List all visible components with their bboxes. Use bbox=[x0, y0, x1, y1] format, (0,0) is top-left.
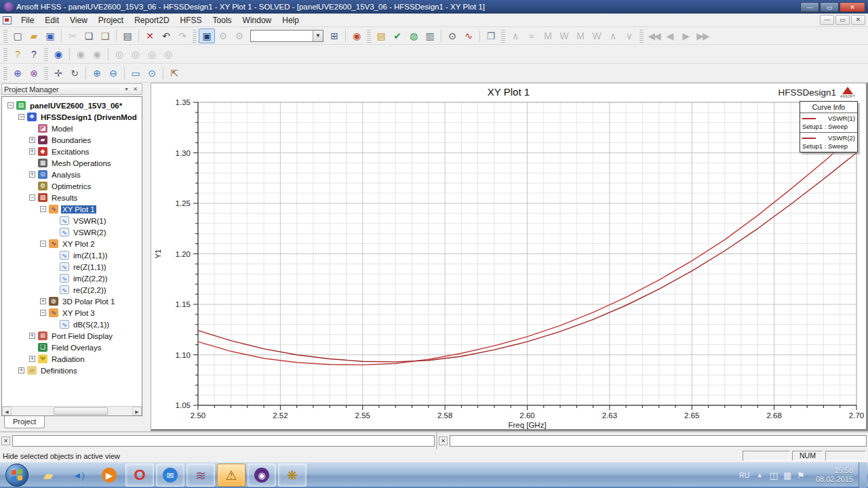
zoom-out-button[interactable]: ⊖ bbox=[105, 66, 121, 81]
menu-view[interactable]: View bbox=[64, 14, 93, 26]
new-button[interactable]: ▢ bbox=[9, 28, 26, 43]
toolbar-drag-handle[interactable] bbox=[3, 47, 7, 61]
validation-check-button[interactable]: ▣ bbox=[199, 28, 215, 43]
tree-item-paneluve2600-15v3-06[interactable]: −▤panelUVE2600_15V3_06* bbox=[3, 100, 142, 111]
language-indicator[interactable]: RU bbox=[739, 471, 750, 479]
tree-item-db-s-2-1[interactable]: ∿dB(S(2,1)) bbox=[3, 319, 142, 330]
copy-button[interactable]: ❏ bbox=[81, 28, 97, 43]
tree-item-port-field-display[interactable]: +⊞Port Field Display bbox=[3, 330, 142, 342]
tree-expander-icon[interactable]: + bbox=[18, 367, 24, 373]
tree-item-excitations[interactable]: +◆Excitations bbox=[3, 146, 142, 157]
tree-expander-icon[interactable]: + bbox=[29, 171, 35, 178]
menu-hfss[interactable]: HFSS bbox=[175, 14, 208, 26]
menu-report2d[interactable]: Report2D bbox=[129, 14, 174, 26]
toolbar-drag-handle[interactable] bbox=[193, 29, 197, 43]
paste-button[interactable]: ❑ bbox=[97, 28, 113, 43]
tree-item-results[interactable]: −▨Results bbox=[3, 192, 142, 203]
taskbar-explorer[interactable]: ▰ bbox=[34, 464, 62, 487]
tree-expander-icon[interactable]: − bbox=[40, 310, 46, 316]
tree-item-re-z-2-2[interactable]: ∿re(Z(2,2)) bbox=[3, 284, 142, 296]
menu-help[interactable]: Help bbox=[277, 14, 304, 26]
simulation-combobox[interactable]: ▼ bbox=[250, 30, 323, 42]
tree-item-optimetrics[interactable]: ⚙Optimetrics bbox=[3, 180, 142, 192]
tree-item-3d-polar-plot-1[interactable]: +◍3D Polar Plot 1 bbox=[3, 296, 142, 307]
tray-clipboard-icon[interactable]: ◫ bbox=[770, 470, 778, 481]
boolean-subtract-button[interactable]: ⊗ bbox=[26, 66, 42, 81]
tree-horizontal-scrollbar[interactable]: ◀ ▶ bbox=[2, 406, 142, 415]
close-button[interactable]: ✕ bbox=[840, 2, 865, 12]
tree-expander-icon[interactable]: + bbox=[29, 333, 35, 339]
tree-item-definitions[interactable]: +▱Definitions bbox=[3, 365, 142, 376]
tree-item-radiation[interactable]: +ΨRadiation bbox=[3, 353, 142, 365]
zoom-in-button[interactable]: ⊕ bbox=[89, 66, 105, 81]
tree-item-analysis[interactable]: +⊙Analysis bbox=[3, 169, 142, 180]
open-button[interactable]: ▰ bbox=[26, 28, 42, 43]
show-all-button[interactable]: ◉ bbox=[50, 47, 66, 62]
tree-expander-icon[interactable]: + bbox=[29, 148, 35, 155]
progress-dock-close-icon[interactable]: ✕ bbox=[439, 436, 448, 445]
taskbar-ansoft[interactable]: ◉ bbox=[248, 464, 276, 487]
menu-tools[interactable]: Tools bbox=[208, 14, 237, 26]
start-button[interactable] bbox=[5, 464, 28, 487]
toolbar-drag-handle[interactable] bbox=[3, 66, 7, 80]
toolbar-drag-handle[interactable] bbox=[501, 29, 505, 43]
taskbar-hfss[interactable]: ⚠ bbox=[217, 464, 245, 487]
taskbar-mail[interactable]: ✉ bbox=[156, 464, 184, 487]
notes-button[interactable]: ▥ bbox=[422, 28, 438, 43]
validation-report-button[interactable]: ✔ bbox=[389, 28, 406, 43]
restore-button[interactable]: ▭ bbox=[820, 2, 839, 12]
tree-item-hfssdesign1-drivenmod[interactable]: −❖HFSSDesign1 (DrivenMod bbox=[3, 111, 142, 123]
tree-item-xy-plot-3[interactable]: −∿XY Plot 3 bbox=[3, 307, 142, 319]
taskbar-volume[interactable]: ◄) bbox=[64, 464, 93, 487]
tree-item-vswr-1[interactable]: ∿VSWR(1) bbox=[3, 215, 142, 226]
taskbar-paint[interactable]: ❋ bbox=[278, 464, 307, 487]
pan-button[interactable]: ✛ bbox=[50, 66, 66, 81]
plot-canvas[interactable]: 2.502.522.552.582.602.632.652.682.701.05… bbox=[151, 83, 865, 429]
curve-info-legend[interactable]: Curve Info VSWR(1)Setup1 : SweepVSWR(2)S… bbox=[800, 101, 858, 152]
menu-file[interactable]: File bbox=[16, 14, 39, 26]
tree-expander-icon[interactable]: + bbox=[40, 298, 46, 304]
panel-splitter[interactable] bbox=[144, 83, 151, 431]
menu-project[interactable]: Project bbox=[93, 14, 129, 26]
tree-item-xy-plot-2[interactable]: −∿XY Plot 2 bbox=[3, 238, 142, 249]
tree-expander-icon[interactable]: − bbox=[29, 195, 35, 201]
tree-item-xy-plot-1[interactable]: −∿XY Plot 1 bbox=[3, 203, 142, 215]
taskbar-opera[interactable]: O bbox=[125, 464, 154, 487]
taskbar-cables-app[interactable]: ≋ bbox=[186, 464, 215, 487]
toolbar-drag-handle[interactable] bbox=[44, 66, 48, 80]
solve-setup-button[interactable]: ⊞ bbox=[326, 28, 342, 43]
tree-expander-icon[interactable]: − bbox=[40, 206, 46, 212]
legend-entry-vswr-1-[interactable]: VSWR(1)Setup1 : Sweep bbox=[800, 113, 857, 132]
tray-expand-icon[interactable]: ▲ bbox=[757, 472, 763, 479]
mdi-minimize-button[interactable]: — bbox=[820, 15, 834, 25]
field-probe-button[interactable]: ◍ bbox=[406, 28, 422, 43]
tree-item-vswr-2[interactable]: ∿VSWR(2) bbox=[3, 226, 142, 238]
tray-flag-icon[interactable]: ⚑ bbox=[797, 470, 805, 481]
tray-display-icon[interactable]: ▦ bbox=[783, 470, 791, 481]
scroll-right-icon[interactable]: ▶ bbox=[132, 407, 142, 415]
boolean-unite-button[interactable]: ⊕ bbox=[9, 66, 26, 81]
mdi-child-icon[interactable] bbox=[3, 16, 12, 24]
show-desktop-button[interactable] bbox=[859, 462, 867, 488]
tree-expander-icon[interactable]: + bbox=[29, 356, 35, 362]
tree-expander-icon[interactable]: − bbox=[7, 102, 14, 108]
tree-item-im-z-1-1[interactable]: ∿im(Z(1,1)) bbox=[3, 249, 142, 261]
mdi-restore-button[interactable]: ▭ bbox=[835, 15, 850, 25]
panel-menu-icon[interactable]: ▾ bbox=[122, 85, 131, 94]
combo-dropdown-icon[interactable]: ▼ bbox=[313, 30, 323, 41]
tree-item-model[interactable]: ◪Model bbox=[3, 123, 142, 134]
minimize-button[interactable]: — bbox=[800, 2, 819, 12]
toolbar-drag-handle[interactable] bbox=[44, 47, 48, 61]
tree-expander-icon[interactable]: + bbox=[29, 137, 35, 143]
toolbar-drag-handle[interactable] bbox=[639, 29, 644, 43]
tree-item-boundaries[interactable]: +▰Boundaries bbox=[3, 134, 142, 146]
print-button[interactable]: ▤ bbox=[119, 28, 136, 43]
menu-edit[interactable]: Edit bbox=[39, 14, 64, 26]
tree-expander-icon[interactable]: − bbox=[40, 241, 46, 247]
context-help-button[interactable]: ? bbox=[26, 47, 42, 62]
tree-item-re-z-1-1[interactable]: ∿re(Z(1,1)) bbox=[3, 261, 142, 272]
zoom-window-button[interactable]: ▭ bbox=[127, 66, 144, 81]
message-dock-close-icon[interactable]: ✕ bbox=[1, 436, 10, 445]
solution-data-button[interactable]: ▤ bbox=[373, 28, 389, 43]
coordinate-axes-button[interactable]: ⇱ bbox=[166, 66, 182, 81]
